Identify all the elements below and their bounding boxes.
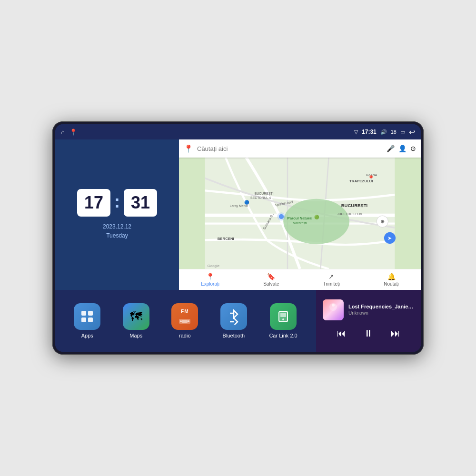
maps-label: Maps xyxy=(129,333,142,338)
bottom-section: Apps 🗺 Maps FM xyxy=(55,290,421,352)
svg-point-33 xyxy=(188,320,189,322)
top-section: 17 : 31 2023.12.12 Tuesday 📍 xyxy=(55,139,421,290)
send-label: Trimiteți xyxy=(323,281,340,287)
svg-text:Leroy Merlin: Leroy Merlin xyxy=(230,204,248,208)
svg-point-32 xyxy=(180,320,182,322)
map-search-bar: 📍 🎤 👤 ⊙ xyxy=(179,139,421,158)
svg-text:🟢: 🟢 xyxy=(314,214,319,220)
news-icon: 🔔 xyxy=(387,273,396,280)
date-display: 2023.12.12 Tuesday xyxy=(103,222,131,240)
radio-icon: FM xyxy=(171,303,198,330)
app-item-apps[interactable]: Apps xyxy=(74,303,100,338)
svg-rect-28 xyxy=(81,317,86,322)
map-tab-news[interactable]: 🔔 Noutăți xyxy=(384,273,399,287)
map-tab-explore[interactable]: 📍 Explorați xyxy=(201,273,219,287)
map-search-input[interactable] xyxy=(197,145,383,152)
explore-label: Explorați xyxy=(201,281,219,287)
clock-colon: : xyxy=(114,192,120,212)
music-artist: Unknown xyxy=(348,310,414,316)
map-tab-saved[interactable]: 🔖 Salvate xyxy=(263,273,279,287)
battery-level: 18 xyxy=(391,129,397,135)
car-head-unit: ⌂ 📍 ▽ 17:31 🔊 18 ▭ ↩ 17 : xyxy=(52,121,424,355)
time-display: 17:31 xyxy=(362,129,377,135)
svg-point-25 xyxy=(277,212,285,220)
layers-icon[interactable]: ⊙ xyxy=(410,145,416,152)
map-bottom-bar: 📍 Explorați 🔖 Salvate ↗ Trimiteți 🔔 xyxy=(179,269,421,290)
microphone-icon[interactable]: 🎤 xyxy=(387,145,395,152)
svg-text:Google: Google xyxy=(208,264,219,268)
bluetooth-icon xyxy=(220,303,247,330)
map-svg: Parcul Natural Văcărești TRAPEZULUI BUCU… xyxy=(179,158,421,269)
status-left-icons: ⌂ 📍 xyxy=(61,129,77,136)
user-avatar-icon[interactable]: 👤 xyxy=(398,145,407,152)
map-body: Parcul Natural Văcărești TRAPEZULUI BUCU… xyxy=(179,158,421,269)
prev-button[interactable]: ⏮ xyxy=(335,326,348,341)
svg-text:SECTORUL 4: SECTORUL 4 xyxy=(250,196,271,199)
clock-display: 17 : 31 xyxy=(77,189,157,217)
clock-panel: 17 : 31 2023.12.12 Tuesday xyxy=(55,139,179,290)
map-tab-send[interactable]: ↗ Trimiteți xyxy=(323,273,340,287)
maps-icon: 🗺 xyxy=(123,303,149,330)
music-text: Lost Frequencies_Janieck Devy-... Unknow… xyxy=(348,304,414,316)
svg-text:BUCUREȘTI: BUCUREȘTI xyxy=(341,203,368,208)
app-item-radio[interactable]: FM radio xyxy=(171,303,198,338)
explore-icon: 📍 xyxy=(206,273,214,280)
back-icon[interactable]: ↩ xyxy=(409,128,415,137)
music-info: Lost Frequencies_Janieck Devy-... Unknow… xyxy=(323,299,414,320)
svg-rect-31 xyxy=(182,320,188,323)
date-value: 2023.12.12 xyxy=(103,222,131,231)
status-bar: ⌂ 📍 ▽ 17:31 🔊 18 ▭ ↩ xyxy=(55,124,421,139)
apps-icon xyxy=(74,303,100,330)
news-label: Noutăți xyxy=(384,281,399,287)
next-button[interactable]: ⏭ xyxy=(389,326,402,341)
app-item-bluetooth[interactable]: Bluetooth xyxy=(220,303,247,338)
carlink-icon xyxy=(270,303,297,330)
apps-label: Apps xyxy=(81,333,93,338)
svg-point-38 xyxy=(282,318,284,320)
home-icon[interactable]: ⌂ xyxy=(61,129,65,136)
app-item-carlink[interactable]: Car Link 2.0 xyxy=(269,303,297,338)
svg-text:Văcărești: Văcărești xyxy=(293,221,307,225)
maps-pin-icon[interactable]: 📍 xyxy=(69,129,77,136)
svg-text:🔵: 🔵 xyxy=(244,199,249,205)
music-controls: ⏮ ⏸ ⏭ xyxy=(323,324,414,343)
main-area: 17 : 31 2023.12.12 Tuesday 📍 xyxy=(55,139,421,352)
svg-text:⊕: ⊕ xyxy=(380,218,385,224)
device-screen: ⌂ 📍 ▽ 17:31 🔊 18 ▭ ↩ 17 : xyxy=(55,124,421,352)
svg-rect-26 xyxy=(81,311,86,316)
status-right-info: ▽ 17:31 🔊 18 ▭ ↩ xyxy=(354,128,415,137)
svg-point-41 xyxy=(332,304,335,307)
svg-text:BERCENI: BERCENI xyxy=(218,237,234,241)
bluetooth-label: Bluetooth xyxy=(223,333,245,338)
saved-label: Salvate xyxy=(263,281,279,287)
svg-rect-29 xyxy=(88,317,93,322)
svg-text:📍: 📍 xyxy=(367,175,375,182)
battery-icon: ▭ xyxy=(400,129,405,135)
volume-icon: 🔊 xyxy=(380,129,387,135)
saved-icon: 🔖 xyxy=(267,273,275,280)
svg-text:➤: ➤ xyxy=(387,235,392,241)
svg-text:JUDEȚUL ILFOV: JUDEȚUL ILFOV xyxy=(337,212,362,216)
day-value: Tuesday xyxy=(103,231,131,240)
send-icon: ↗ xyxy=(328,273,334,280)
music-player: Lost Frequencies_Janieck Devy-... Unknow… xyxy=(316,290,421,352)
music-title: Lost Frequencies_Janieck Devy-... xyxy=(348,304,414,309)
google-maps-logo: 📍 xyxy=(184,144,193,153)
map-search-icons: 🎤 👤 ⊙ xyxy=(387,145,416,152)
apps-section: Apps 🗺 Maps FM xyxy=(55,290,316,352)
play-pause-button[interactable]: ⏸ xyxy=(362,326,375,341)
svg-rect-27 xyxy=(88,311,93,316)
clock-hours: 17 xyxy=(77,189,110,217)
svg-text:BUCUREȘTI: BUCUREȘTI xyxy=(255,192,274,196)
clock-minutes: 31 xyxy=(124,189,157,217)
music-thumbnail xyxy=(323,299,344,320)
svg-text:Parcul Natural: Parcul Natural xyxy=(288,216,313,220)
map-panel[interactable]: 📍 🎤 👤 ⊙ xyxy=(179,139,421,290)
app-item-maps[interactable]: 🗺 Maps xyxy=(123,303,149,338)
signal-icon: ▽ xyxy=(354,129,358,135)
svg-rect-37 xyxy=(280,313,286,317)
radio-label: radio xyxy=(179,333,190,338)
carlink-label: Car Link 2.0 xyxy=(269,333,297,338)
